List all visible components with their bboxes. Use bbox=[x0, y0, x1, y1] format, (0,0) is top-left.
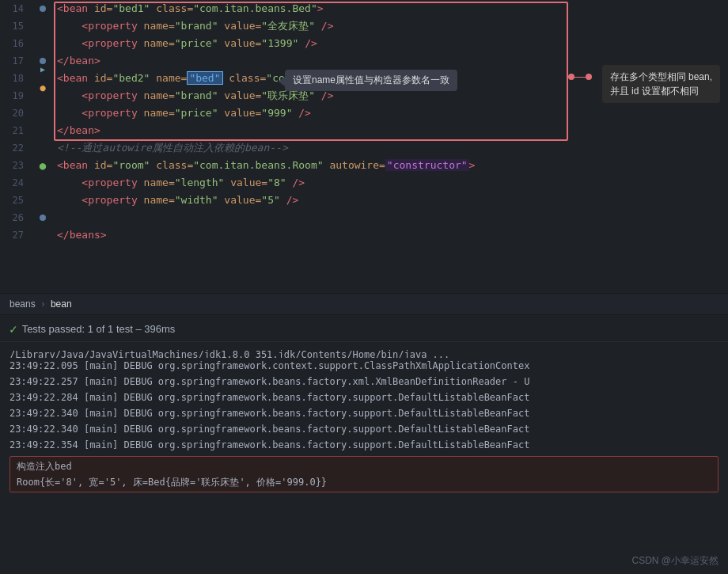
line-content-24: <property name="length" value="8" /> bbox=[54, 174, 728, 192]
bottom-section: ✓ Tests passed: 1 of 1 test – 396ms /Lib… bbox=[0, 317, 728, 574]
code-line-22: 22 <!--通过autowire属性自动注入依赖的bean--> bbox=[0, 139, 728, 157]
console-log-6: 23:49:22.354 [main] DEBUG org.springfram… bbox=[0, 437, 728, 453]
gutter-14 bbox=[32, 6, 54, 12]
line-content-25: <property name="width" value="5" /> bbox=[54, 192, 728, 209]
line-content-21: </bean> bbox=[54, 122, 728, 139]
result-line-1: 构造注入bed bbox=[17, 458, 711, 474]
tooltip-line2: 并且 id 设置都不相同 bbox=[610, 84, 712, 98]
line-num-22: 22 bbox=[0, 139, 32, 157]
right-tooltip-line bbox=[568, 77, 592, 78]
code-line-16: 16 <property name="price" value="1399" /… bbox=[0, 35, 728, 52]
line-num-20: 20 bbox=[0, 105, 32, 122]
console-log-3: 23:49:22.284 [main] DEBUG org.springfram… bbox=[0, 390, 728, 405]
tooltip-name-attribute: 设置name属性值与构造器参数名一致 bbox=[285, 70, 457, 91]
code-line-26: 26 bbox=[0, 209, 728, 226]
gutter-dot-26 bbox=[40, 215, 46, 221]
tooltip-duplicate-beans: 存在多个类型相同 bean, 并且 id 设置都不相同 bbox=[602, 65, 720, 103]
code-line-15: 15 <property name="brand" value="全友床垫" /… bbox=[0, 17, 728, 35]
breadcrumb-bar: beans › bean bbox=[0, 293, 728, 315]
code-line-24: 24 <property name="length" value="8" /> bbox=[0, 174, 728, 192]
line-num-24: 24 bbox=[0, 174, 32, 192]
editor-area: 14 <bean id="bed1" class="com.itan.beans… bbox=[0, 0, 728, 293]
line-content-15: <property name="brand" value="全友床垫" /> bbox=[54, 17, 728, 35]
line-num-14: 14 bbox=[0, 0, 32, 17]
log-text-6: 23:49:22.354 [main] DEBUG org.springfram… bbox=[9, 439, 529, 450]
console-log-4: 23:49:22.340 [main] DEBUG org.springfram… bbox=[0, 405, 728, 421]
gutter-26 bbox=[32, 215, 54, 221]
result-line-2: Room{长='8', 宽='5', 床=Bed{品牌='联乐床垫', 价格='… bbox=[17, 474, 711, 490]
log-text-1: 23:49:22.095 [main] DEBUG org.springfram… bbox=[9, 360, 529, 371]
console-path-line: /Library/Java/JavaVirtualMachines/jdk1.8… bbox=[0, 342, 728, 358]
line-num-26: 26 bbox=[0, 209, 32, 226]
tooltip-arrow-left bbox=[279, 77, 285, 86]
line-num-21: 21 bbox=[0, 122, 32, 139]
line-num-15: 15 bbox=[0, 17, 32, 35]
console-log-5: 23:49:22.340 [main] DEBUG org.springfram… bbox=[0, 421, 728, 437]
code-line-27: 27 </beans> bbox=[0, 226, 728, 244]
code-line-25: 25 <property name="width" value="5" /> bbox=[0, 192, 728, 209]
line-num-16: 16 bbox=[0, 35, 32, 52]
line-content-23: <bean id="room" class="com.itan.beans.Ro… bbox=[54, 157, 728, 174]
code-line-21: 21 </bean> bbox=[0, 122, 728, 139]
gutter-23: ● bbox=[32, 157, 54, 174]
test-result-bar: ✓ Tests passed: 1 of 1 test – 396ms bbox=[0, 317, 728, 342]
code-line-20: 20 <property name="price" value="999" /> bbox=[0, 105, 728, 122]
gutter-green-23: ● bbox=[40, 157, 46, 174]
line-num-25: 25 bbox=[0, 192, 32, 209]
code-line-14: 14 <bean id="bed1" class="com.itan.beans… bbox=[0, 0, 728, 17]
code-container: 14 <bean id="bed1" class="com.itan.beans… bbox=[0, 0, 728, 244]
breadcrumb-beans: beans bbox=[9, 298, 36, 310]
tooltip-line1: 存在多个类型相同 bean, bbox=[610, 70, 712, 84]
line-content-27: </beans> bbox=[54, 226, 728, 244]
console-log-1: 23:49:22.095 [main] DEBUG org.springfram… bbox=[0, 358, 728, 374]
line-num-18: 18 bbox=[0, 70, 32, 87]
line-content-22: <!--通过autowire属性自动注入依赖的bean--> bbox=[54, 139, 728, 157]
breadcrumb-sep: › bbox=[40, 298, 46, 310]
line-content-16: <property name="price" value="1399" /> bbox=[54, 35, 728, 52]
code-line-23: 23 ● <bean id="room" class="com.itan.bea… bbox=[0, 157, 728, 174]
gutter-arrow-18: ▶ bbox=[40, 61, 45, 78]
gutter-dot-14 bbox=[40, 6, 46, 12]
console-log-2: 23:49:22.257 [main] DEBUG org.springfram… bbox=[0, 374, 728, 390]
log-text-5: 23:49:22.340 [main] DEBUG org.springfram… bbox=[9, 424, 529, 435]
line-content-20: <property name="price" value="999" /> bbox=[54, 105, 728, 122]
log-text-2: 23:49:22.257 [main] DEBUG org.springfram… bbox=[9, 376, 529, 387]
console-path-text: /Library/Java/JavaVirtualMachines/jdk1.8… bbox=[9, 349, 449, 358]
line-num-17: 17 bbox=[0, 52, 32, 70]
line-content-14: <bean id="bed1" class="com.itan.beans.Be… bbox=[54, 0, 728, 17]
line-num-23: 23 bbox=[0, 157, 32, 174]
breadcrumb-bean: bean bbox=[51, 298, 72, 310]
log-text-3: 23:49:22.284 [main] DEBUG org.springfram… bbox=[9, 392, 529, 403]
line-num-27: 27 bbox=[0, 226, 32, 244]
line-num-19: 19 bbox=[0, 87, 32, 105]
result-output-box: 构造注入bed Room{长='8', 宽='5', 床=Bed{品牌='联乐床… bbox=[9, 456, 719, 492]
test-pass-icon: ✓ bbox=[9, 321, 17, 336]
log-text-4: 23:49:22.340 [main] DEBUG org.springfram… bbox=[9, 408, 529, 419]
test-result-text: Tests passed: 1 of 1 test – 396ms bbox=[22, 323, 176, 335]
csdn-watermark: CSDN @小幸运安然 bbox=[631, 554, 719, 568]
